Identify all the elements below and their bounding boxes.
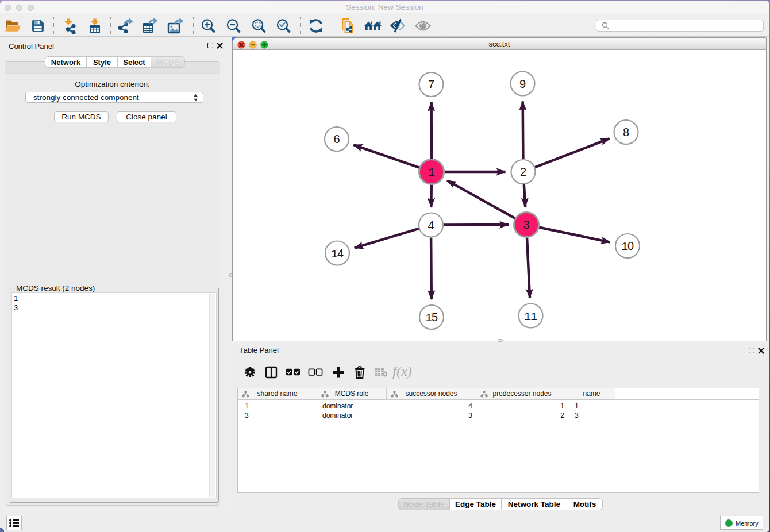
svg-text:3: 3 [523,218,529,231]
svg-text:1: 1 [428,166,435,179]
svg-text:14: 14 [331,247,344,261]
svg-text:4: 4 [428,219,434,232]
svg-text:6: 6 [333,133,340,145]
svg-text:8: 8 [623,126,629,138]
svg-text:10: 10 [621,240,634,253]
svg-text:9: 9 [519,78,526,90]
svg-text:2: 2 [520,165,526,178]
svg-text:15: 15 [425,311,438,325]
svg-text:11: 11 [524,310,538,323]
svg-text:7: 7 [428,78,434,91]
